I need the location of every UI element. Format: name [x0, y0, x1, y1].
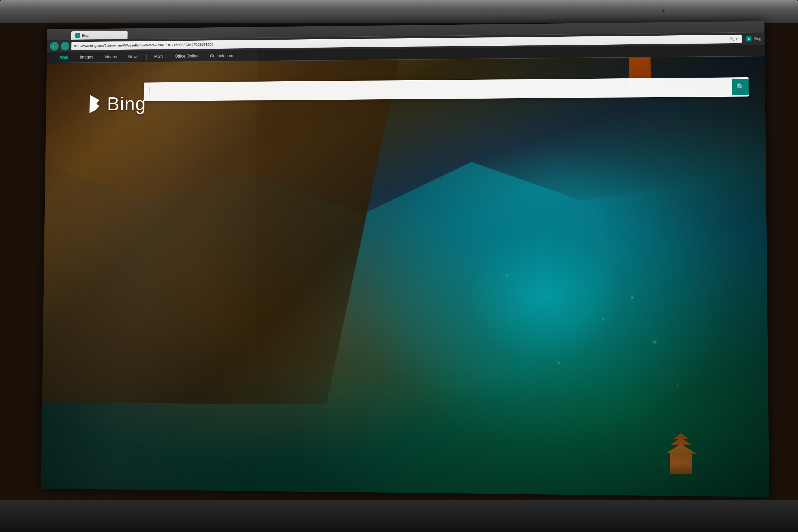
nav-item-web[interactable]: Web [54, 52, 74, 63]
back-button[interactable]: ← [50, 42, 59, 51]
address-url: http://www.bing.com/?setmkt=en-WW&setlan… [74, 37, 728, 48]
address-search-icon: 🔍 [729, 37, 734, 41]
nav-web-label: Web [60, 55, 68, 60]
search-input[interactable] [149, 82, 732, 97]
forward-button[interactable]: → [61, 41, 69, 50]
tab-favicon: b [75, 33, 80, 38]
refresh-icon: ↻ [736, 37, 739, 41]
tab-bar: b Bing [51, 28, 148, 40]
address-bar-right: Bing [754, 36, 761, 41]
bing-logo-text: Bing [107, 93, 146, 115]
nav-news-label: News [128, 55, 139, 59]
screen-container: b Bing ← → http://www.bing.com/?setmkt=e… [41, 21, 769, 497]
address-favicon: b [746, 36, 751, 41]
svg-marker-0 [89, 95, 99, 113]
nav-item-office-online[interactable]: Office Online [169, 51, 204, 61]
nav-item-outlook[interactable]: Outlook.com [204, 51, 239, 61]
temple-structure [654, 430, 709, 474]
bottom-frame [0, 500, 798, 532]
back-icon: ← [52, 43, 57, 49]
nav-images-label: Images [80, 55, 93, 59]
bing-logo-area: Bing [87, 93, 146, 115]
webcam-dot [662, 9, 665, 13]
search-icon: 🔍 [736, 83, 745, 91]
nav-item-msn[interactable]: MSN [148, 51, 169, 62]
top-bezel [0, 0, 798, 23]
nav-item-images[interactable]: Images [74, 52, 99, 62]
cave-glow [362, 143, 731, 452]
address-favicon-letter: b [748, 37, 750, 41]
tab-title: Bing [82, 34, 89, 37]
nav-item-videos[interactable]: Videos [99, 52, 123, 62]
browser-tab[interactable]: b Bing [71, 31, 128, 40]
browser-chrome: b Bing ← → http://www.bing.com/?setmkt=e… [47, 21, 765, 63]
nav-videos-label: Videos [105, 55, 117, 59]
nav-office-online-label: Office Online [175, 54, 199, 58]
nav-outlook-label: Outlook.com [210, 53, 233, 58]
search-cursor [149, 87, 149, 97]
tab-favicon-letter: b [77, 34, 78, 37]
nav-msn-label: MSN [154, 54, 164, 59]
bing-b-icon [87, 95, 103, 113]
forward-icon: → [63, 43, 68, 49]
background-image [41, 56, 769, 497]
search-button[interactable]: 🔍 [732, 79, 749, 95]
address-bar-bing-label: Bing [754, 36, 761, 41]
nav-divider [146, 54, 147, 59]
nav-item-news[interactable]: News [123, 52, 144, 62]
